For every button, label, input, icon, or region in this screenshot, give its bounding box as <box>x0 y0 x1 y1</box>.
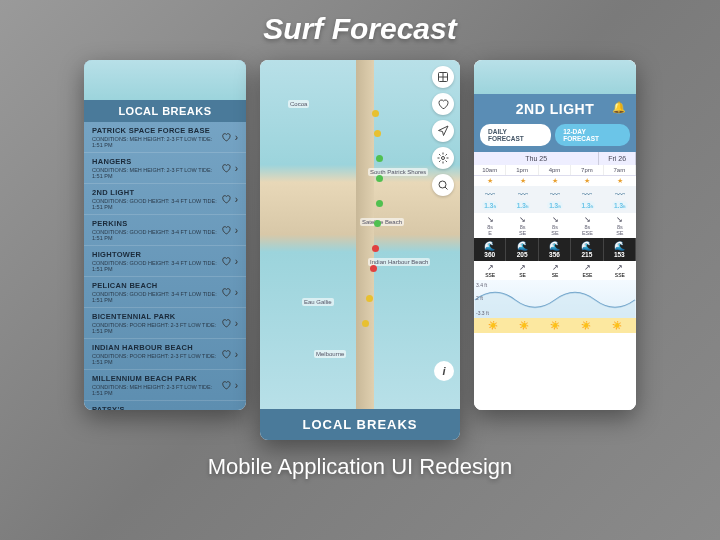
map-canvas[interactable]: CocoaSouth Patrick ShoresSatellite Beach… <box>260 60 460 409</box>
map-pin[interactable] <box>376 175 383 182</box>
swell-cell: 🌊360 <box>474 238 506 261</box>
local-breaks-button[interactable]: LOCAL BREAKS <box>260 409 460 440</box>
arrow-icon: ↘ <box>573 215 601 224</box>
break-name: 2ND LIGHT <box>92 188 221 197</box>
break-row[interactable]: PATRICK SPACE FORCE BASECONDITIONS: MEH … <box>84 122 246 153</box>
settings-button[interactable] <box>432 147 454 169</box>
break-details: CONDITIONS: POOR HEIGHT: 2-3 FT LOW TIDE… <box>92 322 221 334</box>
map-pin[interactable] <box>372 245 379 252</box>
break-row[interactable]: HIGHTOWERCONDITIONS: GOOD HEIGHT: 3-4 FT… <box>84 246 246 277</box>
locate-button[interactable] <box>432 120 454 142</box>
heart-icon[interactable] <box>221 194 231 204</box>
wave-icon: 〰 <box>477 189 503 200</box>
chevron-right-icon: › <box>235 380 238 391</box>
city-label: Cocoa <box>288 100 309 108</box>
hour-cell: 4pm <box>539 165 571 175</box>
page-title: Surf Forecast <box>263 12 456 46</box>
arrow-icon: ↗ <box>508 263 536 272</box>
hour-cell: 1pm <box>506 165 538 175</box>
favorite-button[interactable] <box>432 93 454 115</box>
heart-icon[interactable] <box>221 225 231 235</box>
sun-row: ☀️☀️☀️☀️☀️ <box>474 318 636 333</box>
break-row[interactable]: PATSY'SCONDITIONS: MEH HEIGHT: 2-3 FT LO… <box>84 401 246 410</box>
map-pin[interactable] <box>376 200 383 207</box>
map-pin[interactable] <box>366 295 373 302</box>
city-label: Eau Gallie <box>302 298 334 306</box>
day-header: Thu 25 <box>474 152 599 165</box>
layers-button[interactable] <box>432 66 454 88</box>
map-pin[interactable] <box>376 155 383 162</box>
legend-cell: ↗SE <box>539 261 571 280</box>
tab-12day[interactable]: 12-DAY FORECAST <box>555 124 630 146</box>
break-details: CONDITIONS: MEH HEIGHT: 2-3 FT LOW TIDE:… <box>92 384 221 396</box>
swell-cell: 🌊356 <box>539 238 571 261</box>
svg-point-1 <box>442 157 445 160</box>
wave-cell: 〰1.3ft <box>539 186 571 213</box>
arrow-icon: ↘ <box>508 215 536 224</box>
forecast-tabs: DAILY FORECAST 12-DAY FORECAST <box>474 124 636 152</box>
arrow-icon: ↗ <box>541 263 569 272</box>
rating-cell: ★ <box>474 176 506 186</box>
svg-point-2 <box>439 181 446 188</box>
arrow-icon: ↘ <box>606 215 634 224</box>
wave-icon: 〰 <box>574 189 600 200</box>
info-button[interactable]: i <box>434 361 454 381</box>
map-pin[interactable] <box>374 130 381 137</box>
chevron-right-icon: › <box>235 194 238 205</box>
heart-icon[interactable] <box>221 132 231 142</box>
page-subtitle: Mobile Application UI Redesign <box>208 454 513 480</box>
wind-cell: ↘8sESE <box>571 213 603 238</box>
heart-icon[interactable] <box>221 163 231 173</box>
map-pin[interactable] <box>372 110 379 117</box>
heart-icon[interactable] <box>221 380 231 390</box>
hour-cell: 7am <box>604 165 636 175</box>
break-details: CONDITIONS: POOR HEIGHT: 2-3 FT LOW TIDE… <box>92 353 221 365</box>
city-label: Satellite Beach <box>360 218 404 226</box>
wave-icon: 🌊 <box>607 241 632 251</box>
tab-daily[interactable]: DAILY FORECAST <box>480 124 551 146</box>
break-row[interactable]: MILLENNIUM BEACH PARKCONDITIONS: MEH HEI… <box>84 370 246 401</box>
break-row[interactable]: BICENTENNIAL PARKCONDITIONS: POOR HEIGHT… <box>84 308 246 339</box>
break-row[interactable]: PELICAN BEACHCONDITIONS: GOOD HEIGHT: 3-… <box>84 277 246 308</box>
legend-cell: ↗ESE <box>571 261 603 280</box>
break-details: CONDITIONS: MEH HEIGHT: 2-3 FT LOW TIDE:… <box>92 167 221 179</box>
wave-icon: 🌊 <box>574 241 599 251</box>
screen-map: CocoaSouth Patrick ShoresSatellite Beach… <box>260 60 460 440</box>
rating-cell: ★ <box>604 176 636 186</box>
break-name: PERKINS <box>92 219 221 228</box>
city-label: Melbourne <box>314 350 346 358</box>
map-pin[interactable] <box>374 220 381 227</box>
break-name: HIGHTOWER <box>92 250 221 259</box>
break-name: MILLENNIUM BEACH PARK <box>92 374 221 383</box>
arrow-icon: ↗ <box>476 263 504 272</box>
break-row[interactable]: PERKINSCONDITIONS: GOOD HEIGHT: 3-4 FT L… <box>84 215 246 246</box>
forecast-table[interactable]: Thu 25Fri 26 10am1pm4pm7pm7am ★★★★★ 〰1.3… <box>474 152 636 410</box>
search-button[interactable] <box>432 174 454 196</box>
city-label: Indian Harbour Beach <box>368 258 430 266</box>
break-row[interactable]: HANGERSCONDITIONS: MEH HEIGHT: 2-3 FT LO… <box>84 153 246 184</box>
arrow-icon: ↘ <box>476 215 504 224</box>
phone-mockups: LOCAL BREAKS PATRICK SPACE FORCE BASECON… <box>84 60 636 440</box>
break-name: PELICAN BEACH <box>92 281 221 290</box>
swell-cell: 🌊205 <box>506 238 538 261</box>
heart-icon[interactable] <box>221 318 231 328</box>
heart-icon[interactable] <box>221 256 231 266</box>
chevron-right-icon: › <box>235 225 238 236</box>
break-name: PATSY'S <box>92 405 221 410</box>
wind-cell: ↘8sSE <box>604 213 636 238</box>
rating-cell: ★ <box>506 176 538 186</box>
rating-cell: ★ <box>571 176 603 186</box>
wind-cell: ↘8sSE <box>506 213 538 238</box>
wave-cell: 〰1.3ft <box>506 186 538 213</box>
bell-icon[interactable]: 🔔 <box>612 101 626 114</box>
map-pin[interactable] <box>370 265 377 272</box>
wave-icon: 〰 <box>542 189 568 200</box>
break-row[interactable]: 2ND LIGHTCONDITIONS: GOOD HEIGHT: 3-4 FT… <box>84 184 246 215</box>
heart-icon[interactable] <box>221 349 231 359</box>
wave-icon: 🌊 <box>509 241 534 251</box>
breaks-list: PATRICK SPACE FORCE BASECONDITIONS: MEH … <box>84 122 246 410</box>
map-pin[interactable] <box>362 320 369 327</box>
break-row[interactable]: INDIAN HARBOUR BEACHCONDITIONS: POOR HEI… <box>84 339 246 370</box>
heart-icon[interactable] <box>221 287 231 297</box>
legend-cell: ↗SSE <box>474 261 506 280</box>
